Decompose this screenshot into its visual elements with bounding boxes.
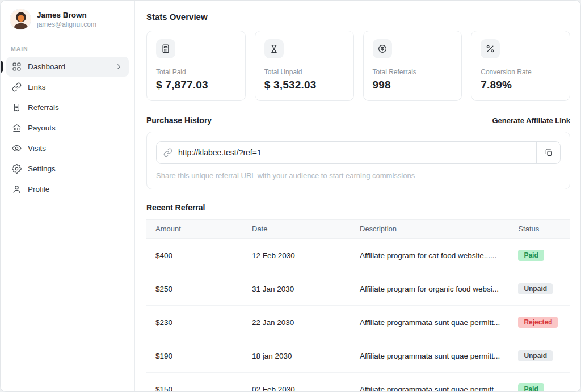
stat-value: 7.89%: [481, 79, 561, 91]
cell-status: Unpaid: [509, 272, 570, 306]
cell-description: Affiliate programmata sunt quae permitt.…: [351, 306, 509, 339]
column-header-status: Status: [509, 220, 570, 239]
sidebar-nav: Dashboard Links Referrals: [1, 57, 134, 199]
grid-icon: [12, 62, 22, 71]
cell-amount: $400: [146, 239, 243, 272]
stat-card-total-referrals: Total Referrals 998: [363, 31, 462, 101]
cell-description: Affiliate programmata sunt quae permitt.…: [351, 339, 509, 373]
sidebar-item-profile[interactable]: Profile: [6, 179, 129, 199]
sidebar-item-label: Links: [28, 83, 46, 91]
cell-amount: $250: [146, 272, 243, 306]
stat-value: $ 7,877.03: [156, 79, 236, 91]
stat-label: Total Unpaid: [264, 68, 344, 76]
cell-status: Unpaid: [509, 339, 570, 373]
cell-amount: $230: [146, 306, 243, 339]
column-header-date: Date: [243, 220, 351, 239]
referral-helper-text: Share this unique referral URL with your…: [156, 171, 561, 180]
sidebar-item-visits[interactable]: Visits: [6, 138, 129, 158]
column-header-amount: Amount: [146, 220, 243, 239]
link-icon: [157, 148, 178, 157]
table-row: $190 18 jan 2030 Affiliate programmata s…: [146, 339, 570, 373]
status-badge: Paid: [518, 250, 544, 261]
status-badge: Unpaid: [518, 283, 553, 294]
receipt-icon: [12, 103, 22, 112]
copy-button[interactable]: [536, 142, 560, 163]
active-indicator-bar: [1, 61, 3, 73]
sidebar-item-label: Dashboard: [28, 62, 65, 71]
stat-label: Conversion Rate: [481, 68, 561, 76]
cell-date: 12 Feb 2030: [243, 239, 351, 272]
chevron-right-icon: [115, 62, 123, 71]
avatar: [10, 9, 31, 30]
bank-icon: [12, 123, 22, 133]
table-row: $230 22 Jan 2030 Affiliate programmata s…: [146, 306, 570, 339]
generate-affiliate-link[interactable]: Generate Affiliate Link: [492, 116, 571, 125]
stat-value: $ 3,532.03: [264, 79, 344, 91]
table-row: $250 31 Jan 2030 Affiliate program for o…: [146, 272, 570, 306]
cell-status: Paid: [509, 373, 570, 392]
cell-date: 02 Feb 2030: [243, 373, 351, 392]
user-name: James Brown: [37, 11, 96, 19]
stats-row: Total Paid $ 7,877.03 Total Unpaid $ 3,5…: [146, 31, 570, 101]
cell-amount: $190: [146, 339, 243, 373]
user-email: james@alignui.com: [37, 20, 96, 28]
sidebar-item-label: Payouts: [28, 124, 56, 132]
sidebar-item-settings[interactable]: Settings: [6, 159, 129, 179]
percent-icon: [481, 39, 500, 58]
stat-card-conversion-rate: Conversion Rate 7.89%: [471, 31, 570, 101]
cell-description: Affiliate program for organic food websi…: [351, 272, 509, 306]
status-badge: Paid: [518, 383, 544, 391]
stats-overview-title: Stats Overview: [146, 12, 570, 22]
cell-date: 22 Jan 2030: [243, 306, 351, 339]
stat-card-total-paid: Total Paid $ 7,877.03: [146, 31, 246, 101]
user-profile[interactable]: James Brown james@alignui.com: [1, 6, 134, 37]
referral-url-card: http://klabee.test/?ref=1 Share this uni…: [146, 132, 570, 189]
recent-referral-table: Amount Date Description Status $400 12 F…: [146, 219, 570, 391]
stat-card-total-unpaid: Total Unpaid $ 3,532.03: [255, 31, 354, 101]
cell-date: 31 Jan 2030: [243, 272, 351, 306]
stat-value: 998: [373, 79, 453, 91]
dollar-coin-icon: [373, 39, 392, 58]
referral-url-value: http://klabee.test/?ref=1: [178, 148, 536, 157]
gear-icon: [12, 164, 22, 174]
sidebar: James Brown james@alignui.com MAIN Dashb…: [1, 1, 135, 391]
cell-description: Affiliate programmata sunt quae permitt.…: [351, 373, 509, 392]
user-icon: [12, 184, 22, 194]
eye-icon: [12, 144, 22, 153]
hourglass-icon: [264, 39, 284, 58]
sidebar-item-referrals[interactable]: Referrals: [6, 98, 129, 117]
profile-text: James Brown james@alignui.com: [37, 11, 96, 28]
status-badge: Unpaid: [518, 350, 553, 361]
referral-url-input[interactable]: http://klabee.test/?ref=1: [156, 141, 561, 164]
cell-description: Affiliate program for cat food website..…: [351, 239, 509, 272]
copy-icon: [544, 148, 553, 157]
cell-date: 18 jan 2030: [243, 339, 351, 373]
cell-amount: $150: [146, 373, 243, 392]
cell-status: Paid: [509, 239, 570, 272]
table-header-row: Amount Date Description Status: [146, 220, 570, 239]
sidebar-item-payouts[interactable]: Payouts: [6, 118, 129, 138]
recent-referral-title: Recent Referral: [146, 203, 570, 212]
sidebar-item-label: Profile: [28, 185, 49, 193]
sidebar-item-label: Referrals: [28, 103, 59, 112]
cell-status: Rejected: [509, 306, 570, 339]
sidebar-item-label: Visits: [28, 144, 46, 153]
purchase-history-title: Purchase History: [146, 116, 212, 125]
main-content: Stats Overview Total Paid $ 7,877.03 Tot…: [135, 1, 580, 391]
link-icon: [12, 82, 22, 92]
table-row: $400 12 Feb 2030 Affiliate program for c…: [146, 239, 570, 272]
sidebar-section-label: MAIN: [1, 37, 134, 57]
stat-label: Total Paid: [156, 68, 236, 76]
sidebar-item-links[interactable]: Links: [6, 77, 129, 97]
app-window: James Brown james@alignui.com MAIN Dashb…: [0, 0, 581, 392]
sidebar-item-label: Settings: [28, 165, 56, 173]
purchase-history-header: Purchase History Generate Affiliate Link: [146, 116, 570, 125]
status-badge: Rejected: [518, 317, 558, 328]
stat-label: Total Referrals: [373, 68, 453, 76]
table-row: $150 02 Feb 2030 Affiliate programmata s…: [146, 373, 570, 392]
column-header-description: Description: [351, 220, 509, 239]
sidebar-item-dashboard[interactable]: Dashboard: [6, 57, 129, 77]
calculator-icon: [156, 39, 175, 58]
